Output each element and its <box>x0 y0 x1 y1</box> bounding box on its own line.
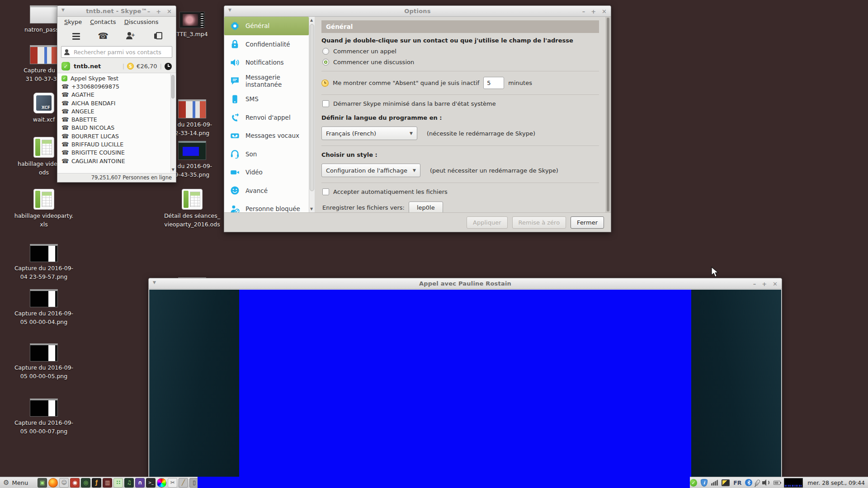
network-signal-icon[interactable] <box>711 480 718 486</box>
style-dropdown[interactable]: Configuration de l'affichage ▼ <box>321 164 420 177</box>
microphone-icon[interactable] <box>754 479 760 486</box>
window-menu-icon[interactable]: ▼ <box>228 8 231 12</box>
close-button[interactable]: Fermer <box>571 216 604 229</box>
contact-row[interactable]: ☎ANGELE <box>57 107 176 115</box>
window-menu-icon[interactable]: ▼ <box>61 8 65 12</box>
close-icon[interactable]: ✕ <box>773 281 778 287</box>
desktop-icon[interactable]: habillage videoparty.xls <box>14 189 74 229</box>
desktop-icon[interactable]: Capture du 2016-09-05 00-00-07.png <box>14 399 74 436</box>
sidebar-item-blocked-person[interactable]: Personne bloquée <box>224 200 309 212</box>
scroll-down-icon[interactable]: ▼ <box>172 168 175 172</box>
cells-launcher[interactable]: ∷ <box>113 478 123 488</box>
radio-row-chat[interactable]: Commencer une discussion <box>322 59 599 66</box>
scrollbar-thumb[interactable] <box>171 75 175 99</box>
close-icon[interactable]: ✕ <box>167 9 172 14</box>
new-event-button[interactable] <box>151 30 164 41</box>
radio-start-call[interactable] <box>322 48 329 55</box>
search-box[interactable] <box>61 46 172 58</box>
menu-discussions[interactable]: Discussions <box>124 19 159 25</box>
checkbox-autoaccept[interactable] <box>322 188 329 195</box>
checkbox-start-minimized[interactable] <box>322 100 329 107</box>
desktop-icon[interactable]: Capture du 2016-09-05 00-00-04.png <box>14 289 74 327</box>
self-contact-row[interactable]: ✓ tntb.net | S €26,70 | <box>57 61 176 73</box>
online-status-avatar[interactable]: ✓ <box>61 62 70 70</box>
menu-contacts[interactable]: Contacts <box>90 19 116 25</box>
scroll-down-icon[interactable]: ▼ <box>310 207 313 211</box>
minimize-icon[interactable]: – <box>753 281 756 287</box>
contact-list-button[interactable] <box>69 30 83 41</box>
sidebar-item-smiley[interactable]: Avancé <box>224 182 309 200</box>
contact-row[interactable]: ✓Appel Skype Test <box>57 74 176 82</box>
radio-start-chat[interactable] <box>322 59 329 66</box>
sidebar-item-phone-sms[interactable]: SMS <box>224 90 309 108</box>
video-editor-launcher[interactable]: ✂ <box>168 478 177 488</box>
filmstrip-launcher[interactable]: ▥ <box>103 478 112 488</box>
disc-launcher[interactable]: ◎ <box>81 478 90 488</box>
sidebar-item-speaker[interactable]: Notifications <box>224 53 309 72</box>
apply-button[interactable]: Appliquer <box>467 216 507 229</box>
contact-row[interactable]: ☎BABETTE <box>57 115 176 123</box>
history-clock-icon[interactable] <box>165 63 172 70</box>
language-dropdown[interactable]: Français (French) ▼ <box>321 127 417 140</box>
firefox-launcher[interactable] <box>48 478 58 488</box>
display-warning-icon[interactable] <box>722 479 730 486</box>
checkbox-row-autoaccept[interactable]: Accepter automatiquement les fichiers <box>322 188 599 195</box>
speaker-icon[interactable] <box>762 479 769 486</box>
skype-titlebar[interactable]: ▼ tntb.net - Skype™ – + ✕ <box>57 6 176 17</box>
keyboard-layout-indicator[interactable]: FR <box>733 479 741 486</box>
skype-tray-icon[interactable]: ✓ <box>690 479 697 487</box>
away-minutes-input[interactable] <box>483 77 504 89</box>
scrollbar-thumb[interactable] <box>607 18 609 211</box>
add-contact-button[interactable]: + <box>123 30 137 41</box>
contact-row[interactable]: ☎CAGLIARI ANTOINE <box>57 157 176 165</box>
colorwheel-launcher[interactable] <box>157 478 166 488</box>
contact-row[interactable]: ☎BAUD NICOLAS <box>57 124 176 132</box>
options-titlebar[interactable]: ▼ Options – + ✕ <box>224 6 611 17</box>
checkbox-row-minimized[interactable]: Démarrer Skype minimisé dans la barre d'… <box>322 100 599 107</box>
maximize-icon[interactable]: + <box>156 9 161 14</box>
flowblade-launcher[interactable]: ƒ <box>92 478 101 488</box>
minimize-icon[interactable]: – <box>582 9 585 14</box>
webcam-eye-launcher[interactable]: ◉ <box>70 478 80 488</box>
monitor-launcher[interactable]: ▣ <box>38 478 47 488</box>
contact-row[interactable]: ☎AGATHE <box>57 91 176 99</box>
main-scrollbar[interactable] <box>605 17 611 212</box>
sidebar-item-chat[interactable]: Messagerie instantanée <box>224 72 309 90</box>
headphones-launcher[interactable]: ∩ <box>135 478 145 488</box>
speech-launcher[interactable]: ☺ <box>59 478 69 488</box>
terminal-launcher[interactable]: >_ <box>146 478 156 488</box>
desktop-icon[interactable]: Capture du 2016-09-04 23-59-57.png <box>14 244 74 282</box>
bluetooth-icon[interactable] <box>745 479 752 486</box>
maximize-icon[interactable]: + <box>591 9 596 14</box>
contact-row[interactable]: ☎+330680969875 <box>57 82 176 90</box>
window-menu-icon[interactable]: ▼ <box>153 281 156 285</box>
menu-button[interactable]: ⚙ Menu <box>3 479 28 486</box>
desktop-icon[interactable]: Détail des séances_vieoparty_2016.ods <box>162 189 222 229</box>
menu-skype[interactable]: Skype <box>64 19 82 25</box>
contacts-scrollbar[interactable]: ▼ <box>170 74 175 173</box>
contact-row[interactable]: ☎BRIFFAUD LUCILLE <box>57 140 176 148</box>
contact-row[interactable]: ☎BOURRET LUCAS <box>57 132 176 140</box>
sidebar-scrollbar[interactable]: ▲ ▼ <box>309 17 315 212</box>
desktop-icon[interactable]: Capture du 2016-09-05 00-00-05.png <box>14 343 74 381</box>
radio-row-call[interactable]: Commencer un appel <box>322 48 599 55</box>
save-folder-button[interactable]: lep0le <box>409 202 443 212</box>
reset-button[interactable]: Remise à zéro <box>512 216 566 229</box>
taskbar-clock[interactable]: mer. 28 sept., 09:44 <box>807 479 865 486</box>
contact-row[interactable]: ☎AICHA BENDAFI <box>57 99 176 107</box>
sidebar-item-call-forward[interactable]: Renvoi d'appel <box>224 108 309 127</box>
call-titlebar[interactable]: ▼ Appel avec Pauline Rostain – + ✕ <box>149 278 782 289</box>
sidebar-item-video[interactable]: Vidéo <box>224 163 309 182</box>
soldering-launcher[interactable]: ╱ <box>179 478 188 488</box>
scroll-up-icon[interactable]: ▲ <box>310 18 313 22</box>
battery-icon[interactable] <box>774 481 780 485</box>
sidebar-item-headset[interactable]: Son <box>224 145 309 164</box>
minimize-icon[interactable]: – <box>147 9 151 14</box>
sidebar-item-voicemail[interactable]: Messages vocaux <box>224 127 309 145</box>
sidebar-item-gear[interactable]: Général <box>224 17 309 35</box>
contact-row[interactable]: ☎BRIGITTE COUSINE <box>57 149 176 157</box>
close-icon[interactable]: ✕ <box>602 9 607 14</box>
update-shield-icon[interactable]: i <box>701 479 707 487</box>
system-monitor-applet[interactable] <box>784 478 803 488</box>
dialpad-button[interactable]: ☎ <box>96 30 110 41</box>
